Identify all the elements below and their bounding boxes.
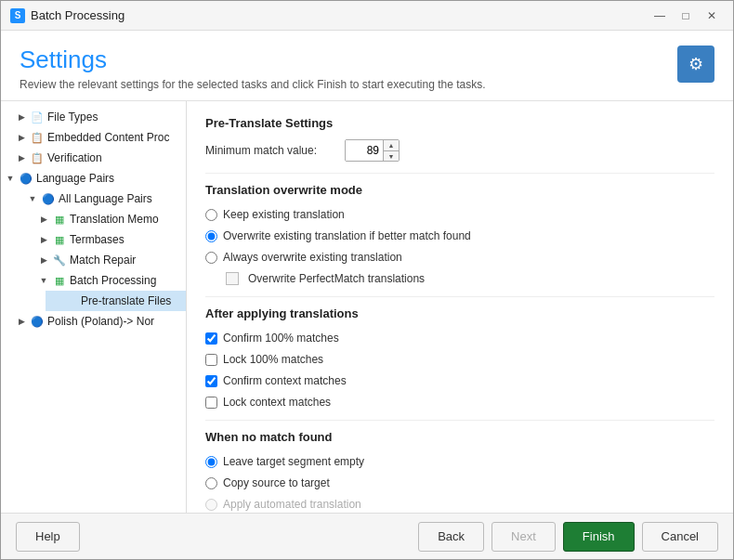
divider2 bbox=[205, 296, 714, 297]
lock-context-label[interactable]: Lock context matches bbox=[223, 396, 331, 409]
radio-copy-source-label[interactable]: Copy source to target bbox=[223, 476, 330, 489]
arrow-icon: ▼ bbox=[38, 275, 49, 286]
perfectmatch-label[interactable]: Overwrite PerfectMatch translations bbox=[248, 272, 425, 285]
radio-leave-empty-input[interactable] bbox=[205, 456, 217, 468]
minimize-button[interactable]: — bbox=[648, 7, 672, 25]
sidebar-label-verification: Verification bbox=[47, 151, 102, 164]
sidebar-item-translation-memo[interactable]: ▶ ▦ Translation Memo bbox=[34, 209, 186, 229]
spinner-down[interactable]: ▼ bbox=[384, 150, 399, 161]
main-content: ▶ 📄 File Types ▶ 📋 Embedded Content Proc… bbox=[1, 101, 733, 513]
sidebar-label-file-types: File Types bbox=[47, 111, 98, 124]
sidebar-label-termbases: Termbases bbox=[70, 233, 125, 246]
radio-apply-automated-label: Apply automated translation bbox=[223, 498, 361, 511]
section4-title: When no match found bbox=[205, 430, 714, 444]
sidebar-item-termbases[interactable]: ▶ ▦ Termbases bbox=[34, 229, 186, 250]
termbases-icon: ▦ bbox=[52, 232, 67, 247]
radio-overwrite-better-label[interactable]: Overwrite existing translation if better… bbox=[223, 229, 471, 242]
checkbox-lock-context: Lock context matches bbox=[205, 394, 714, 410]
sidebar-label-polish-poland: Polish (Poland)-> Nor bbox=[47, 315, 154, 328]
radio-overwrite-better-input[interactable] bbox=[205, 230, 217, 242]
radio-leave-empty-label[interactable]: Leave target segment empty bbox=[223, 455, 364, 468]
radio-apply-automated: Apply automated translation bbox=[205, 496, 714, 513]
sidebar-label-all-language-pairs: All Language Pairs bbox=[59, 192, 152, 205]
arrow-icon: ▶ bbox=[38, 234, 49, 245]
checkbox-lock-100: Lock 100% matches bbox=[205, 351, 714, 368]
confirm-context-label[interactable]: Confirm context matches bbox=[223, 374, 347, 387]
sidebar-item-all-language-pairs[interactable]: ▼ 🔵 All Language Pairs bbox=[23, 189, 186, 209]
verification-icon: 📋 bbox=[30, 150, 45, 165]
radio-keep-input[interactable] bbox=[205, 209, 217, 221]
section1-title: Pre-Translate Settings bbox=[205, 116, 714, 130]
polish-poland-icon: 🔵 bbox=[30, 314, 45, 329]
batch-processing-icon: ▦ bbox=[52, 273, 67, 288]
after-options-group: Confirm 100% matches Lock 100% matches C… bbox=[205, 330, 714, 410]
lock-context-input[interactable] bbox=[205, 397, 217, 409]
next-button[interactable]: Next bbox=[492, 522, 556, 552]
app-icon: S bbox=[10, 8, 25, 23]
cancel-button[interactable]: Cancel bbox=[642, 522, 718, 552]
confirm-100-input[interactable] bbox=[205, 332, 217, 345]
language-pairs-icon: 🔵 bbox=[19, 171, 33, 186]
sidebar-item-verification[interactable]: ▶ 📋 Verification bbox=[12, 148, 186, 168]
content-panel: Pre-Translate Settings Minimum match val… bbox=[187, 101, 733, 513]
arrow-icon: ▼ bbox=[27, 193, 38, 204]
title-bar: S Batch Processing — □ ✕ bbox=[1, 1, 733, 31]
maximize-button[interactable]: □ bbox=[674, 7, 698, 25]
window-title: Batch Processing bbox=[31, 8, 648, 22]
sidebar-item-language-pairs[interactable]: ▼ 🔵 Language Pairs bbox=[1, 168, 186, 189]
lock-100-label[interactable]: Lock 100% matches bbox=[223, 353, 323, 366]
spinners: ▲ ▼ bbox=[383, 140, 399, 161]
arrow-icon: ▶ bbox=[16, 152, 27, 163]
confirm-context-input[interactable] bbox=[205, 375, 217, 387]
radio-always-overwrite-label[interactable]: Always overwrite existing translation bbox=[223, 251, 402, 264]
radio-always-overwrite-input[interactable] bbox=[205, 252, 217, 264]
pre-translate-icon bbox=[63, 293, 78, 308]
arrow-icon: ▶ bbox=[16, 132, 27, 143]
all-language-pairs-icon: 🔵 bbox=[41, 191, 56, 206]
match-repair-icon: 🔧 bbox=[52, 253, 67, 267]
section3-title: After applying translations bbox=[205, 306, 714, 320]
min-match-input[interactable] bbox=[346, 140, 383, 161]
lock-100-input[interactable] bbox=[205, 354, 217, 366]
arrow-icon: ▶ bbox=[16, 316, 27, 327]
radio-keep-label[interactable]: Keep existing translation bbox=[223, 208, 345, 221]
help-button[interactable]: Help bbox=[16, 522, 80, 552]
page-subtitle: Review the relevant settings for the sel… bbox=[20, 78, 486, 91]
sidebar-item-polish-poland[interactable]: ▶ 🔵 Polish (Poland)-> Nor bbox=[12, 311, 186, 332]
sidebar-item-embedded-content[interactable]: ▶ 📋 Embedded Content Proc bbox=[12, 127, 186, 148]
sidebar-label-translation-memo: Translation Memo bbox=[70, 213, 159, 226]
arrow-icon bbox=[49, 295, 60, 306]
close-button[interactable]: ✕ bbox=[700, 7, 724, 25]
checkbox-confirm-100: Confirm 100% matches bbox=[205, 330, 714, 346]
finish-button[interactable]: Finish bbox=[563, 522, 635, 552]
main-window: S Batch Processing — □ ✕ Settings Review… bbox=[0, 0, 734, 560]
section2-title: Translation overwrite mode bbox=[205, 183, 714, 197]
sidebar-item-file-types[interactable]: ▶ 📄 File Types bbox=[12, 107, 186, 127]
sidebar-item-match-repair[interactable]: ▶ 🔧 Match Repair bbox=[34, 250, 186, 270]
translation-memo-icon: ▦ bbox=[52, 212, 67, 227]
arrow-icon: ▶ bbox=[38, 254, 49, 266]
radio-copy-source-input[interactable] bbox=[205, 477, 217, 489]
sidebar-label-embedded-content: Embedded Content Proc bbox=[47, 131, 169, 144]
radio-apply-automated-input[interactable] bbox=[205, 499, 217, 511]
sidebar: ▶ 📄 File Types ▶ 📋 Embedded Content Proc… bbox=[1, 101, 187, 513]
arrow-icon: ▶ bbox=[38, 214, 49, 225]
min-match-row: Minimum match value: ▲ ▼ bbox=[205, 139, 714, 162]
radio-overwrite-better: Overwrite existing translation if better… bbox=[205, 228, 714, 244]
sidebar-label-pre-translate-files: Pre-translate Files bbox=[81, 294, 171, 307]
confirm-100-label[interactable]: Confirm 100% matches bbox=[223, 332, 339, 345]
perfectmatch-checkbox[interactable] bbox=[226, 272, 239, 285]
arrow-icon: ▶ bbox=[16, 111, 27, 123]
window-controls: — □ ✕ bbox=[648, 7, 724, 25]
sidebar-label-batch-processing: Batch Processing bbox=[70, 274, 156, 287]
radio-keep: Keep existing translation bbox=[205, 206, 714, 223]
back-button[interactable]: Back bbox=[418, 522, 484, 552]
divider1 bbox=[205, 173, 714, 174]
sidebar-item-batch-processing[interactable]: ▼ ▦ Batch Processing bbox=[34, 270, 186, 291]
spinner-up[interactable]: ▲ bbox=[384, 140, 399, 150]
checkbox-confirm-context: Confirm context matches bbox=[205, 372, 714, 389]
radio-always-overwrite: Always overwrite existing translation bbox=[205, 249, 714, 266]
min-match-input-wrap: ▲ ▼ bbox=[345, 139, 400, 162]
sidebar-item-pre-translate-files[interactable]: Pre-translate Files bbox=[46, 291, 186, 311]
overwrite-mode-group: Keep existing translation Overwrite exis… bbox=[205, 206, 714, 287]
